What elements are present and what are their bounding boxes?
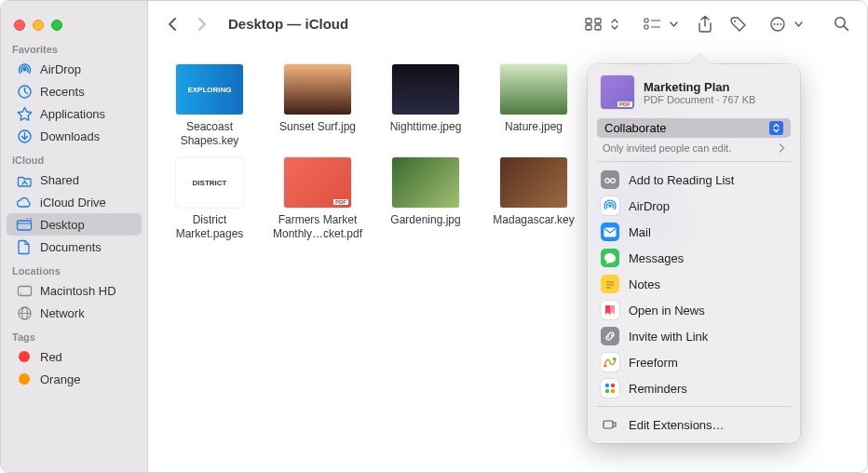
file-item[interactable]: PDFFarmers Market Monthly…cket.pdf bbox=[271, 157, 364, 243]
sidebar-item-label: iCloud Drive bbox=[40, 196, 106, 209]
file-item[interactable]: Nighttime.jpeg bbox=[379, 64, 472, 148]
svg-point-35 bbox=[605, 384, 609, 387]
svg-point-27 bbox=[611, 179, 616, 183]
file-item[interactable]: EXPLORINGSeacoast Shapes.key bbox=[163, 64, 256, 148]
search-button[interactable] bbox=[828, 12, 854, 36]
share-file-thumb-icon bbox=[601, 75, 634, 109]
share-item-reminders[interactable]: Reminders bbox=[588, 375, 800, 401]
share-item-airdrop[interactable]: AirDrop bbox=[588, 193, 800, 219]
share-file-subtitle: PDF Document · 767 KB bbox=[644, 94, 755, 105]
sidebar-item-airdrop[interactable]: AirDrop bbox=[7, 58, 142, 80]
sidebar-item-label: Applications bbox=[40, 107, 105, 121]
sidebar-item-downloads[interactable]: Downloads bbox=[7, 125, 142, 147]
group-by-chevron[interactable] bbox=[668, 12, 679, 36]
share-item-invite-with-link[interactable]: Invite with Link bbox=[588, 323, 800, 349]
group-by-button[interactable] bbox=[640, 12, 666, 36]
share-file-title: Marketing Plan bbox=[644, 80, 755, 94]
main-content: Desktop — iCloud bbox=[148, 1, 867, 472]
tag-icon bbox=[16, 348, 33, 365]
extensions-icon bbox=[601, 415, 619, 434]
file-thumb-icon bbox=[392, 157, 459, 208]
view-icons-button[interactable] bbox=[580, 12, 606, 36]
file-thumb-icon: PDF bbox=[284, 157, 351, 208]
svg-point-21 bbox=[774, 23, 776, 25]
edit-extensions-item[interactable]: Edit Extensions… bbox=[588, 412, 800, 438]
action-chevron[interactable] bbox=[793, 12, 804, 36]
airdrop-color-icon bbox=[601, 196, 619, 215]
sidebar-item-red[interactable]: Red bbox=[7, 345, 142, 368]
svg-rect-13 bbox=[586, 25, 591, 30]
share-mode-select[interactable]: Collaborate bbox=[597, 118, 791, 138]
cloud-icon bbox=[16, 194, 33, 210]
svg-rect-14 bbox=[595, 25, 601, 30]
sidebar-item-icloud-drive[interactable]: iCloud Drive bbox=[7, 191, 142, 213]
svg-point-7 bbox=[20, 292, 21, 294]
tags-button[interactable] bbox=[726, 12, 752, 36]
sidebar-section-label: Tags bbox=[1, 324, 147, 345]
file-item[interactable]: Gardening.jpg bbox=[379, 157, 472, 243]
sidebar-section-label: Favorites bbox=[1, 36, 147, 58]
clock-icon bbox=[16, 83, 33, 100]
file-label: Gardening.jpg bbox=[379, 213, 472, 227]
sidebar-item-macintosh-hd[interactable]: Macintosh HD bbox=[7, 279, 142, 302]
zoom-button[interactable] bbox=[51, 20, 62, 31]
file-thumb-icon: EXPLORING bbox=[176, 64, 243, 115]
file-thumb-icon bbox=[284, 64, 351, 115]
share-permissions-row[interactable]: Only invited people can edit. bbox=[599, 141, 789, 155]
share-item-notes[interactable]: Notes bbox=[588, 271, 800, 297]
svg-point-0 bbox=[22, 67, 26, 71]
reminders-icon bbox=[601, 379, 619, 398]
file-item[interactable]: Madagascar.key bbox=[487, 157, 580, 243]
share-item-label: Messages bbox=[629, 251, 684, 265]
share-item-label: Reminders bbox=[629, 382, 687, 396]
file-thumb-icon: DISTRICT bbox=[176, 157, 243, 208]
sidebar-item-label: Recents bbox=[40, 85, 85, 99]
sidebar-item-label: Macintosh HD bbox=[40, 284, 116, 298]
back-button[interactable] bbox=[161, 13, 183, 35]
share-item-label: AirDrop bbox=[629, 199, 670, 213]
apps-icon bbox=[16, 105, 33, 122]
svg-rect-15 bbox=[644, 19, 648, 22]
sidebar-section-label: iCloud bbox=[1, 147, 147, 169]
sidebar-item-recents[interactable]: Recents bbox=[7, 80, 142, 102]
share-item-freeform[interactable]: Freeform bbox=[588, 349, 800, 375]
file-item[interactable]: Nature.jpeg bbox=[487, 64, 580, 148]
svg-rect-17 bbox=[644, 25, 648, 29]
svg-point-33 bbox=[604, 365, 607, 368]
svg-point-38 bbox=[611, 389, 615, 393]
news-icon bbox=[601, 301, 619, 319]
sidebar-item-desktop[interactable]: Desktop bbox=[7, 213, 142, 236]
sidebar-item-shared[interactable]: Shared bbox=[7, 169, 142, 191]
file-label: Sunset Surf.jpg bbox=[271, 120, 364, 134]
share-item-open-in-news[interactable]: Open in News bbox=[588, 297, 800, 323]
share-button[interactable] bbox=[692, 12, 718, 36]
sidebar-item-label: AirDrop bbox=[40, 62, 81, 76]
sidebar-item-orange[interactable]: Orange bbox=[7, 368, 142, 390]
share-item-label: Invite with Link bbox=[629, 330, 708, 344]
link-icon bbox=[601, 327, 619, 345]
sidebar-item-documents[interactable]: Documents bbox=[7, 236, 142, 258]
file-item[interactable]: DISTRICTDistrict Market.pages bbox=[163, 157, 256, 243]
edit-extensions-label: Edit Extensions… bbox=[629, 418, 725, 432]
sidebar-item-network[interactable]: Network bbox=[7, 302, 142, 324]
svg-rect-11 bbox=[586, 19, 591, 23]
sidebar-item-label: Downloads bbox=[40, 129, 100, 143]
svg-point-37 bbox=[605, 389, 609, 393]
minimize-button[interactable] bbox=[33, 20, 44, 31]
sidebar-item-applications[interactable]: Applications bbox=[7, 102, 142, 125]
action-button[interactable] bbox=[765, 12, 791, 36]
forward-button[interactable] bbox=[191, 13, 213, 35]
share-item-label: Freeform bbox=[629, 356, 678, 370]
file-thumb-icon bbox=[392, 64, 459, 115]
svg-rect-4 bbox=[18, 221, 32, 230]
window-controls bbox=[1, 8, 147, 36]
share-item-add-to-reading-list[interactable]: Add to Reading List bbox=[588, 167, 800, 193]
sidebar-section-label: Locations bbox=[1, 258, 147, 279]
view-switcher-chevron[interactable] bbox=[608, 12, 621, 36]
svg-rect-39 bbox=[604, 421, 613, 428]
share-item-messages[interactable]: Messages bbox=[588, 245, 800, 271]
close-button[interactable] bbox=[14, 20, 25, 31]
share-item-mail[interactable]: Mail bbox=[588, 219, 800, 245]
sidebar-item-label: Desktop bbox=[40, 218, 85, 232]
file-item[interactable]: Sunset Surf.jpg bbox=[271, 64, 364, 148]
